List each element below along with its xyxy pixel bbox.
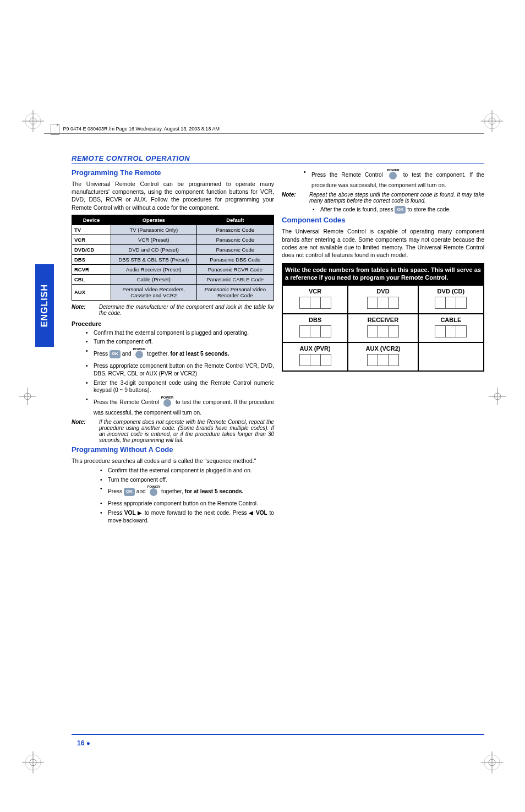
codes-banner: Write the code numbers from tables in th…: [282, 263, 484, 285]
reg-mark-icon: [22, 751, 44, 773]
section-header: REMOTE CONTROL OPERATION: [72, 154, 484, 164]
left-column: Programming The Remote The Universal Rem…: [72, 166, 274, 526]
procedure-heading: Procedure: [72, 320, 274, 327]
intro-paragraph: The Universal Remote Control can be prog…: [72, 180, 274, 211]
left-arrow-icon: ◀: [249, 510, 254, 516]
note-2: Note: If the component does not operate …: [72, 419, 274, 443]
component-codes-paragraph: The Universal Remote Control is capable …: [282, 227, 484, 259]
procedure2-list: Confirm that the external component is p…: [72, 467, 274, 525]
header-rule: [44, 133, 484, 134]
heading-programming-remote: Programming The Remote: [72, 168, 274, 177]
ok-button-icon: OK: [110, 350, 121, 358]
reg-mark-icon: [17, 385, 39, 407]
language-tab: ENGLISH: [35, 264, 54, 347]
power-button-icon: POWER: [147, 485, 160, 498]
right-note: Note: Repeat the above steps until the c…: [282, 192, 484, 204]
note-1: Note: Determine the manufacturer of the …: [72, 304, 274, 316]
footer-rule: [72, 734, 484, 735]
page-number: 16 ●: [77, 739, 90, 747]
power-button-icon: POWER: [161, 396, 174, 409]
reg-mark-icon: [481, 110, 503, 132]
procedure-list: Confirm that the external component is p…: [72, 329, 274, 417]
reg-mark-icon: [481, 751, 503, 773]
reg-mark-icon: [486, 385, 508, 407]
codes-table: VCR DVD DVD (CD) DBS RECEIVER CABLE AUX …: [282, 285, 484, 372]
right-after-list: After the code is found, press OK to sto…: [282, 206, 484, 214]
power-button-icon: POWER: [133, 347, 146, 361]
sequence-paragraph: This procedure searches all codes and is…: [72, 457, 274, 465]
heading-component-codes: Component Codes: [282, 216, 484, 224]
power-button-icon: POWER: [387, 168, 400, 182]
right-arrow-icon: ▶: [138, 510, 143, 516]
heading-programming-without-code: Programming Without A Code: [72, 445, 274, 454]
right-top-list: Press the Remote Control POWER to test t…: [282, 168, 484, 189]
ok-button-icon: OK: [395, 206, 406, 214]
right-column: Press the Remote Control POWER to test t…: [282, 166, 484, 526]
reg-mark-icon: [22, 110, 44, 132]
ok-button-icon: OK: [124, 488, 135, 496]
device-table: Device Operates Default TVTV (Panasonic …: [72, 215, 274, 301]
